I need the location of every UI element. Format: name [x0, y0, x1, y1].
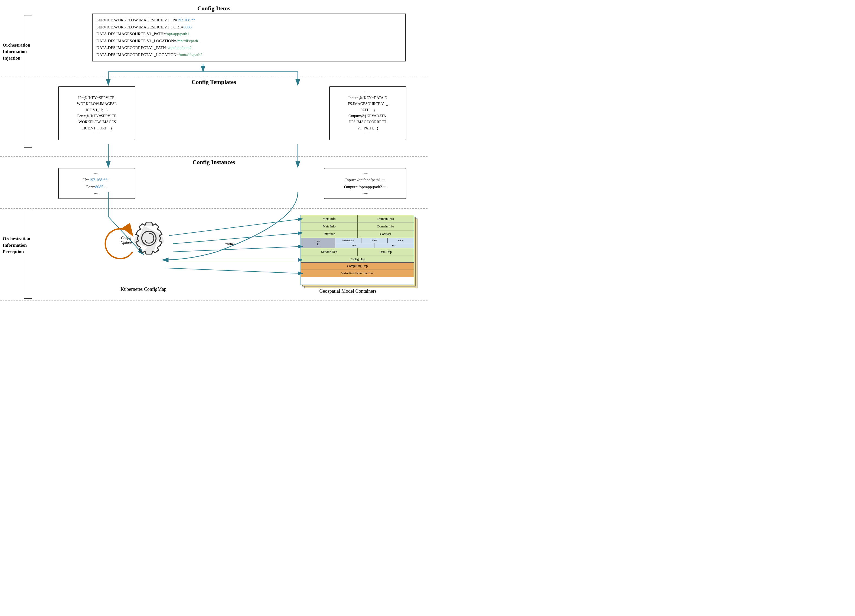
config-item-2: SERVICE.WORKFLOW.IMAGESLICE.V1_PORT=8085	[97, 24, 401, 31]
config-instances-title: Config Instances	[193, 159, 235, 166]
layer-data-dep: Data Dep	[358, 248, 414, 256]
config-item-1: SERVICE.WORKFLOW.IMAGESLICE.V1_IP=192.16…	[97, 17, 401, 24]
instance-box-left: ······ IP=192.168.**··· Port=8085 ··· ··…	[58, 168, 135, 199]
layer-meta-info-1: Meta Info	[301, 215, 358, 222]
geo-stack: Meta Info Domain Info Meta Info Domain I…	[300, 215, 414, 288]
layer-meta-info-2: Meta Info	[301, 223, 358, 230]
layer-service-sub1: CRER	[301, 238, 335, 248]
config-templates-title: Config Templates	[192, 78, 236, 86]
svg-line-16	[168, 268, 303, 273]
svg-line-14	[173, 247, 303, 252]
layer-contract: Contract	[358, 230, 414, 238]
diagram-container: { "title": "Config Items", "config_items…	[0, 0, 428, 308]
layer-interface: Interface	[301, 230, 358, 238]
dashed-divider-3	[0, 208, 428, 209]
layer-config-dep: Config Dep	[301, 256, 414, 263]
config-item-6: DATA.DFS.IMAGECORRECT.V1_LOCATION=/mnt/d…	[97, 51, 401, 58]
dashed-divider-2	[0, 156, 428, 157]
layer-wfs: WFS·	[388, 238, 414, 243]
config-items-box: SERVICE.WORKFLOW.IMAGESLICE.V1_IP=192.16…	[92, 14, 406, 61]
dots-tl: ······	[63, 89, 131, 95]
layer-service-dep: Service Dep	[301, 248, 358, 256]
layer-domain-info-1: Domain Info	[358, 215, 414, 222]
layer-se: Se···	[374, 243, 414, 248]
kubernetes-gear-icon	[133, 222, 165, 256]
template-box-left: ······ IP=@{KEY=SERVICE. WORKFLOW.IMAGES…	[58, 86, 135, 140]
left-bracket-bottom	[24, 211, 32, 299]
mount-label: mount	[225, 241, 236, 246]
layer-computing-dep: Computing Dep	[301, 263, 414, 270]
svg-line-13	[173, 233, 303, 244]
config-item-5: DATA.DFS.IMAGECORRECT.V1_PATH=/opt/app/p…	[97, 44, 401, 51]
template-box-right: ······ Input=@{KEY=DATA.D FS.IMAGESOURCE…	[329, 86, 406, 140]
svg-marker-17	[133, 222, 164, 254]
instance-box-right: ······ Input= /opt/app/path1 ··· Output=…	[324, 168, 406, 199]
layer-virtualized-runtime: Virtualized Runtime Env	[301, 270, 414, 277]
svg-line-12	[169, 219, 303, 236]
k8s-label: Kubernetes ConfigMap	[114, 287, 173, 292]
config-item-3: DATA.DFS.IMAGESOURCE.V1_PATH=/opt/app/pa…	[97, 31, 401, 38]
layer-rpc: RPC	[335, 243, 375, 248]
layer-domain-info-2: Domain Info	[358, 223, 414, 230]
config-update-label: Config Update	[121, 236, 132, 245]
geo-label: Geospatial Model Containers	[298, 288, 398, 294]
dashed-divider-4	[0, 300, 428, 301]
dashed-divider-1	[0, 76, 428, 77]
layer-wms: WMS	[362, 238, 388, 243]
config-item-4: DATA.DFS.IMAGESOURCE.V1_LOCATION=/mnt/df…	[97, 38, 401, 45]
left-bracket-top	[24, 15, 32, 147]
layer-webservice: WebService	[335, 238, 362, 243]
config-items-title: Config Items	[198, 5, 230, 12]
